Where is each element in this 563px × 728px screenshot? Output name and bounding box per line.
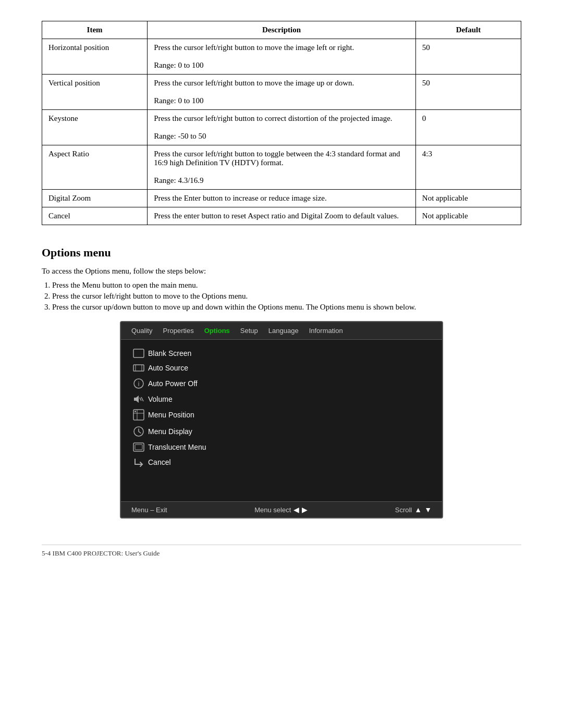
item-cell: Digital Zoom [42, 190, 148, 207]
scroll-label: Scroll [395, 506, 412, 514]
table-row: Digital Zoom Press the Enter button to i… [42, 190, 521, 207]
desc-cell: Press the cursor left/right button to co… [148, 110, 416, 145]
menu-exit-section: Menu – Exit [131, 506, 167, 514]
tab-information: Information [304, 325, 348, 336]
menu-item-menu-position: Menu Position [129, 406, 434, 423]
auto-source-icon [129, 363, 148, 373]
menu-item-volume: Volume [129, 392, 434, 406]
menu-item-cancel: Cancel [129, 454, 434, 470]
translucent-menu-icon [129, 442, 148, 452]
table-row: Keystone Press the cursor left/right but… [42, 110, 521, 145]
menu-display-icon [129, 426, 148, 437]
col-header-default: Default [415, 21, 521, 39]
translucent-menu-label: Translucent Menu [148, 443, 206, 451]
default-cell: 50 [415, 75, 521, 110]
volume-icon [129, 394, 148, 404]
svg-line-7 [140, 398, 141, 401]
table-row: Vertical position Press the cursor left/… [42, 75, 521, 110]
item-cell: Cancel [42, 207, 148, 225]
menu-position-label: Menu Position [148, 411, 194, 419]
menu-display-label: Menu Display [148, 427, 192, 436]
tab-setup: Setup [235, 325, 263, 336]
item-cell: Horizontal position [42, 39, 148, 75]
auto-source-label: Auto Source [148, 364, 188, 372]
table-row: Aspect Ratio Press the cursor left/right… [42, 145, 521, 190]
table-row: Horizontal position Press the cursor lef… [42, 39, 521, 75]
left-arrow-icon: ◀ [293, 505, 299, 514]
default-cell: 50 [415, 39, 521, 75]
tab-options: Options [199, 325, 235, 336]
blank-screen-icon [129, 349, 148, 358]
menu-select-section: Menu select ◀ ▶ [254, 505, 308, 514]
scroll-section: Scroll ▲ ▼ [395, 505, 432, 514]
options-intro-text: To access the Options menu, follow the s… [42, 267, 521, 276]
default-cell: Not applicable [415, 207, 521, 225]
menu-select-label: Menu select [254, 506, 291, 514]
default-cell: 0 [415, 110, 521, 145]
auto-power-label: Auto Power Off [148, 379, 198, 388]
list-item: Press the cursor up/down button to move … [52, 303, 521, 312]
menu-bottom-bar: Menu – Exit Menu select ◀ ▶ Scroll ▲ ▼ [121, 501, 442, 517]
menu-item-auto-source: Auto Source [129, 361, 434, 375]
item-cell: Vertical position [42, 75, 148, 110]
menu-position-icon [129, 409, 148, 421]
blank-screen-label: Blank Screen [148, 349, 191, 357]
menu-item-menu-display: Menu Display [129, 423, 434, 440]
item-cell: Aspect Ratio [42, 145, 148, 190]
svg-rect-0 [133, 349, 144, 357]
default-cell: 4:3 [415, 145, 521, 190]
desc-cell: Press the Enter button to increase or re… [148, 190, 416, 207]
options-steps-list: Press the Menu button to open the main m… [52, 281, 521, 312]
tab-properties: Properties [157, 325, 199, 336]
desc-cell: Press the cursor left/right button to mo… [148, 39, 416, 75]
cancel-icon [129, 457, 148, 467]
options-menu-heading: Options menu [42, 246, 521, 260]
tab-quality: Quality [126, 325, 157, 336]
table-row: Cancel Press the enter button to reset A… [42, 207, 521, 225]
projector-menu-image: Quality Properties Options Setup Languag… [120, 321, 443, 519]
page-footer: 5-4 IBM C400 PROJECTOR: User's Guide [42, 545, 521, 558]
cancel-label: Cancel [148, 458, 171, 466]
down-arrow-icon: ▼ [424, 505, 432, 514]
up-arrow-icon: ▲ [414, 505, 422, 514]
desc-cell: Press the cursor left/right button to to… [148, 145, 416, 190]
svg-rect-15 [135, 445, 142, 450]
menu-exit-label: Menu – Exit [131, 506, 167, 514]
auto-power-icon: i [129, 378, 148, 389]
tab-language: Language [263, 325, 304, 336]
svg-point-12 [134, 411, 136, 412]
list-item: Press the cursor left/right button to mo… [52, 292, 521, 301]
svg-text:i: i [138, 380, 140, 388]
menu-item-auto-power: i Auto Power Off [129, 375, 434, 392]
properties-table: Item Description Default Horizontal posi… [42, 21, 521, 225]
menu-bar: Quality Properties Options Setup Languag… [121, 322, 442, 340]
col-header-item: Item [42, 21, 148, 39]
list-item: Press the Menu button to open the main m… [52, 281, 521, 290]
item-cell: Keystone [42, 110, 148, 145]
desc-cell: Press the cursor left/right button to mo… [148, 75, 416, 110]
default-cell: Not applicable [415, 190, 521, 207]
right-arrow-icon: ▶ [302, 505, 308, 514]
menu-items-area: Blank Screen Auto Source i Auto Power Of… [121, 340, 442, 486]
col-header-desc: Description [148, 21, 416, 39]
desc-cell: Press the enter button to reset Aspect r… [148, 207, 416, 225]
menu-item-blank-screen: Blank Screen [129, 346, 434, 361]
svg-line-8 [141, 397, 143, 401]
volume-label: Volume [148, 395, 173, 403]
svg-rect-1 [133, 365, 144, 371]
footer-text: 5-4 IBM C400 PROJECTOR: User's Guide [42, 549, 160, 557]
menu-item-translucent-menu: Translucent Menu [129, 440, 434, 454]
svg-marker-6 [134, 396, 139, 403]
